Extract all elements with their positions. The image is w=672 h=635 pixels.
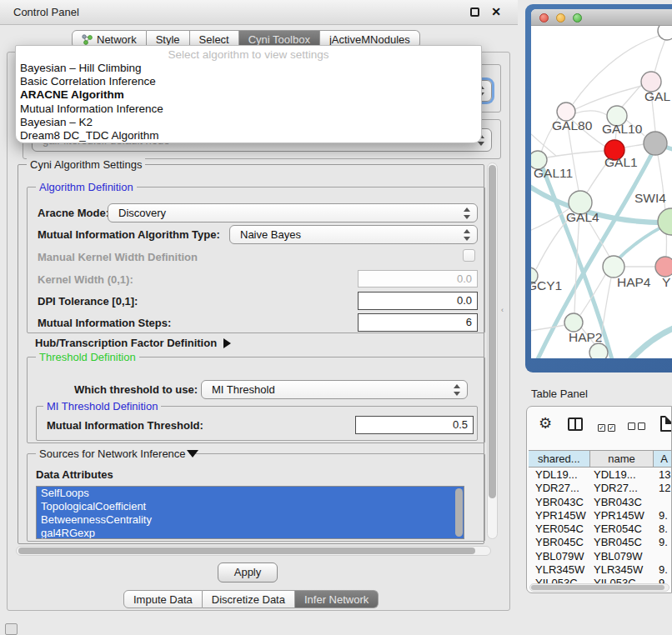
network-node[interactable] (658, 26, 672, 40)
tab-label: Infer Network (304, 593, 369, 606)
gear-icon[interactable]: ⚙ (539, 414, 552, 432)
table-row[interactable]: YDL19...YDL19...13 (529, 468, 672, 482)
columns-icon[interactable] (568, 418, 583, 431)
aracne-mode-combobox[interactable]: Discovery (108, 203, 478, 222)
settings-horizontal-scrollbar[interactable] (16, 546, 491, 556)
combo-spinner-icon (454, 384, 461, 396)
tab-label: Discretize Data (212, 593, 285, 606)
table-row[interactable]: YBR045CYBR045C9. (529, 536, 672, 549)
export-table-icon[interactable] (660, 416, 672, 432)
close-panel-icon[interactable]: ✕ (491, 5, 501, 18)
dropdown-item[interactable]: Bayesian – K2 (16, 116, 481, 129)
node-label: SWI4 (634, 191, 666, 205)
node-label: GAL1 (604, 155, 638, 169)
sources-group: Sources for Network Inference Data Attri… (27, 453, 485, 542)
expand-right-icon (223, 338, 231, 348)
tab-discretize-data[interactable]: Discretize Data (203, 590, 295, 608)
tab-label: Select (199, 33, 229, 46)
node-label: GAL10 (602, 122, 643, 136)
algorithm-dropdown-popup: Select algorithm to view settings Bayesi… (15, 45, 482, 143)
list-item[interactable]: gal4RGexp (37, 527, 464, 539)
column-header-partial[interactable]: A (654, 451, 672, 467)
table-row[interactable]: YBR043CYBR043C (529, 496, 672, 509)
which-threshold-combobox[interactable]: MI Threshold (201, 380, 468, 399)
network-canvas[interactable]: GAL80 GAL10 GAL1 GAL11 GAL4 SWI4 GCY1 HA… (531, 26, 672, 358)
dropdown-item[interactable]: Bayesian – Hill Climbing (16, 62, 481, 75)
mi-algorithm-type-value: Naive Bayes (240, 226, 301, 244)
tab-infer-network[interactable]: Infer Network (295, 590, 379, 608)
node-label: GAL4 (566, 210, 599, 224)
tab-label: Impute Data (133, 593, 193, 606)
table-toolbar: ⚙ ✓✓ (527, 407, 671, 448)
manual-kernel-width-label: Manual Kernel Width Definition (38, 251, 198, 263)
settings-scroll-area: Cyni Algorithm Settings Algorithm Defini… (16, 158, 504, 556)
select-all-checkboxes-icon[interactable]: ✓✓ (598, 420, 618, 432)
sources-title: Sources for Network Inference (36, 448, 189, 460)
tab-label: Style (156, 33, 180, 46)
node-label: HAP4 (617, 275, 651, 289)
dropdown-item[interactable]: Basic Correlation Inference (16, 75, 481, 88)
cyni-bottom-tabs: Impute Data Discretize Data Infer Networ… (123, 590, 379, 608)
mi-algorithm-type-label: Mutual Information Algorithm Type: (38, 228, 220, 241)
column-header-shared-name[interactable]: shared... (529, 451, 590, 467)
aracne-mode-value: Discovery (118, 204, 166, 222)
list-item[interactable]: SelfLoops (37, 487, 464, 500)
dpi-tolerance-field[interactable]: 0.0 (358, 292, 478, 310)
tab-label: Network (97, 33, 137, 46)
kernel-width-field: 0.0 (358, 270, 478, 288)
dropdown-item-selected[interactable]: ARACNE Algorithm (16, 88, 481, 102)
minimized-panel-icon[interactable] (5, 623, 18, 635)
data-attributes-label: Data Attributes (36, 468, 113, 481)
table-panel-title: Table Panel (531, 388, 588, 400)
deselect-all-checkboxes-icon[interactable] (628, 420, 648, 432)
mi-steps-field[interactable]: 6 (358, 313, 478, 332)
list-item[interactable]: BetweennessCentrality (37, 513, 464, 527)
aracne-mode-label: Aracne Mode: (38, 207, 109, 219)
network-window-titlebar[interactable] (531, 9, 672, 26)
table-row[interactable]: YPR145WYPR145W9. (529, 509, 672, 522)
list-scrollbar-thumb[interactable] (455, 488, 463, 537)
cyni-algorithm-settings-group: Cyni Algorithm Settings Algorithm Defini… (18, 164, 484, 544)
table-panel: ⚙ ✓✓ shared... name A YDL19...YDL19...13… (526, 406, 672, 593)
table-row[interactable]: YBL079WYBL079W (529, 550, 672, 563)
group-title: Cyni Algorithm Settings (27, 158, 145, 171)
dropdown-item[interactable]: Mutual Information Inference (16, 102, 481, 116)
mi-threshold-definition-group: MI Threshold Definition Mutual Informati… (36, 406, 478, 441)
table-header-row: shared... name A (529, 450, 672, 468)
control-panel-title: Control Panel (13, 6, 79, 18)
network-node-gray[interactable] (644, 132, 667, 155)
zoom-window-icon[interactable] (573, 13, 582, 22)
close-window-icon[interactable] (539, 13, 549, 22)
mi-steps-label: Mutual Information Steps: (38, 317, 171, 329)
scrollbar-thumb[interactable] (18, 548, 475, 554)
table-row[interactable]: YDR27...YDR27...12 (529, 482, 672, 495)
network-node-y[interactable] (655, 257, 672, 277)
float-panel-icon[interactable] (470, 8, 479, 17)
data-attributes-list[interactable]: SelfLoops TopologicalCoefficient Between… (36, 486, 464, 539)
manual-kernel-width-checkbox (463, 249, 475, 262)
scrollbar-thumb[interactable] (531, 585, 664, 590)
list-item[interactable]: TopologicalCoefficient (37, 500, 464, 513)
hub-tf-expander[interactable]: Hub/Transcription Factor Definition (35, 337, 231, 349)
network-node[interactable] (589, 343, 608, 358)
apply-button[interactable]: Apply (218, 562, 278, 582)
tab-impute-data[interactable]: Impute Data (123, 590, 203, 608)
table-row[interactable]: YER054CYER054C8. (529, 522, 672, 536)
column-header-name[interactable]: name (590, 451, 654, 467)
network-node-swi4[interactable] (658, 208, 672, 235)
mi-threshold-label: Mutual Information Threshold: (47, 419, 203, 432)
minimize-window-icon[interactable] (556, 13, 565, 22)
collapse-down-icon[interactable] (187, 450, 198, 458)
control-panel-header: Control Panel ✕ (0, 0, 518, 25)
mi-algorithm-type-combobox[interactable]: Naive Bayes (229, 225, 478, 244)
scrollbar-thumb[interactable] (489, 165, 496, 498)
dropdown-item[interactable]: Dream8 DC_TDC Algorithm (16, 129, 481, 142)
algorithm-definition-group: Algorithm Definition Aracne Mode: Discov… (27, 187, 485, 333)
threshold-definition-group: Threshold Definition Which threshold to … (27, 357, 485, 443)
settings-vertical-scrollbar[interactable] (487, 162, 498, 539)
table-row[interactable]: YLR345WYLR345W9. (529, 563, 672, 577)
mi-threshold-field[interactable]: 0.5 (355, 416, 474, 434)
table-horizontal-scrollbar[interactable] (529, 583, 669, 592)
splitter-handle[interactable]: ‹ (501, 306, 507, 313)
network-node-hap2[interactable] (564, 313, 583, 332)
